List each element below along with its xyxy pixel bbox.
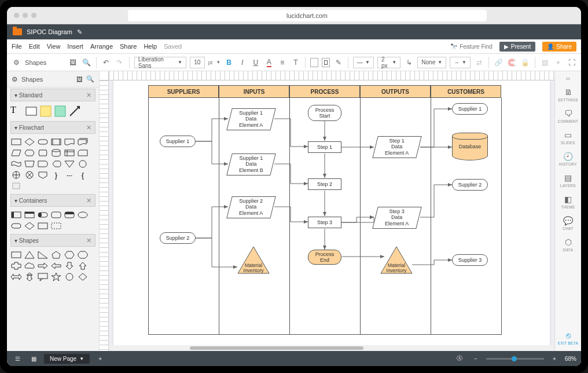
search-icon[interactable]: 🔍 [82, 57, 91, 68]
input-2[interactable]: Supplier 1DataElement B [226, 153, 275, 175]
canvas[interactable]: SUPPLIERS INPUTS PROCESS OUTPUTS CUSTOME… [113, 81, 550, 345]
output-triangle[interactable]: MaterialInventory [380, 246, 413, 277]
section-shapes[interactable]: ▾ Shapes✕ [10, 234, 95, 247]
cloud-shape[interactable] [24, 261, 35, 270]
close-icon[interactable]: ✕ [86, 92, 91, 99]
traffic-light-zoom[interactable] [31, 13, 36, 18]
size-dropdown-icon[interactable]: ▼ [216, 60, 220, 65]
document-shape[interactable] [64, 137, 75, 147]
line-routing-icon[interactable]: ↳ [404, 57, 414, 68]
image-icon[interactable]: 🖼 [68, 57, 78, 68]
zoom-in-icon[interactable]: + [549, 353, 560, 364]
section-flowchart[interactable]: ▾ Flowchart✕ [10, 121, 95, 134]
brace2-shape[interactable]: { [77, 170, 89, 180]
comment-shape[interactable]: --- [64, 170, 75, 180]
card-shape[interactable] [77, 148, 89, 158]
bold-button[interactable]: B [224, 57, 234, 68]
close-icon[interactable]: ✕ [86, 237, 91, 244]
text-color-button[interactable]: A [264, 57, 274, 68]
slides-tab[interactable]: ▭SLIDES [555, 128, 581, 147]
text-shape[interactable]: T [10, 105, 23, 118]
scrollbar-horizontal[interactable] [109, 345, 554, 351]
canvas-area[interactable]: SUPPLIERS INPUTS PROCESS OUTPUTS CUSTOME… [100, 71, 554, 351]
add-page-icon[interactable]: + [94, 353, 106, 364]
border-swatch[interactable] [322, 58, 330, 67]
history-tab[interactable]: 🕘HISTORY [555, 149, 581, 169]
container-shape[interactable] [24, 221, 35, 231]
output-1[interactable]: Step 1DataElement A [372, 136, 421, 158]
rtriangle-shape[interactable] [37, 250, 49, 259]
fullscreen-icon[interactable]: ⛶ [567, 57, 576, 68]
database-shape[interactable] [50, 148, 62, 158]
manual-shape[interactable] [24, 159, 35, 169]
arrow-left-shape[interactable] [50, 261, 62, 270]
gear-icon[interactable]: ⚙ [12, 75, 18, 83]
display-shape[interactable] [50, 159, 62, 169]
doc-title[interactable]: SIPOC Diagram [27, 28, 72, 35]
sum-shape[interactable] [24, 170, 35, 180]
chat-tab[interactable]: 💬CHAT [555, 214, 581, 233]
close-icon[interactable]: ✕ [86, 197, 91, 204]
io-shape[interactable] [10, 148, 22, 158]
navigate-icon[interactable]: ⌖ [553, 57, 563, 68]
input-triangle[interactable]: MaterialInventory [237, 246, 270, 277]
arrow-ud-shape[interactable] [24, 272, 35, 281]
comment-tab[interactable]: 🗨COMMENT [555, 107, 581, 126]
menu-insert[interactable]: Insert [67, 43, 83, 50]
supplier-2[interactable]: Supplier 2 [160, 232, 196, 244]
arrow-down-shape[interactable] [64, 261, 75, 270]
undo-icon[interactable]: ↶ [101, 57, 111, 68]
zoom-out-icon[interactable]: − [470, 353, 482, 364]
hexagon-shape[interactable] [64, 250, 75, 259]
container-shape[interactable] [37, 210, 49, 220]
line-shape[interactable] [68, 105, 81, 118]
menu-view[interactable]: View [47, 43, 61, 50]
section-standard[interactable]: ▾ Standard✕ [10, 89, 95, 101]
exit-beta[interactable]: ⎋EXIT BETA [555, 328, 581, 348]
share-button[interactable]: 👤Share [542, 42, 576, 52]
menu-help[interactable]: Help [144, 43, 157, 50]
arrow-right-shape[interactable] [37, 261, 49, 270]
layer-icon[interactable]: ▤ [540, 57, 550, 68]
callout-shape[interactable] [37, 272, 49, 281]
align-button[interactable]: ≡ [277, 57, 287, 68]
arrow-lr-shape[interactable] [10, 272, 22, 281]
feature-find[interactable]: 🔭Feature Find [450, 43, 493, 50]
col-outputs[interactable]: OUTPUTS [360, 85, 431, 98]
close-icon[interactable]: ✕ [86, 124, 91, 131]
search-icon[interactable]: 🔍 [86, 75, 94, 83]
container-shape[interactable] [77, 210, 89, 220]
customer-1[interactable]: Supplier 1 [452, 103, 488, 115]
line-start-select[interactable]: None▼ [417, 57, 446, 68]
container-shape[interactable] [50, 221, 62, 231]
col-inputs[interactable]: INPUTS [219, 85, 289, 98]
merge-shape[interactable] [64, 159, 75, 169]
rename-icon[interactable]: ✎ [77, 28, 82, 36]
output-2[interactable]: Step 3DataElement A [372, 207, 421, 229]
tape-shape[interactable] [10, 159, 22, 169]
diamond-shape[interactable] [24, 137, 35, 147]
container-shape[interactable] [10, 221, 22, 231]
col-suppliers[interactable]: SUPPLIERS [148, 85, 219, 98]
step-1[interactable]: Step 1 [308, 141, 341, 153]
menu-arrange[interactable]: Arrange [90, 43, 113, 50]
note-shape[interactable] [10, 181, 22, 191]
url-bar[interactable]: lucidchart.com [128, 10, 487, 21]
line-width-select[interactable]: 2 px▼ [377, 57, 400, 68]
input-1[interactable]: Supplier 1DataElement A [226, 108, 275, 130]
menu-share[interactable]: Share [120, 43, 137, 50]
note-shape[interactable] [39, 105, 52, 118]
italic-button[interactable]: I [237, 57, 247, 68]
settings-tab[interactable]: 🗎SETTINGS [555, 85, 581, 104]
theme-tab[interactable]: ◧THEME [555, 192, 581, 211]
predef-shape[interactable] [50, 137, 62, 147]
container-shape[interactable] [37, 221, 49, 231]
rect-shape[interactable] [10, 250, 22, 259]
multidoc-shape[interactable] [77, 137, 89, 147]
arrow-up-shape[interactable] [77, 261, 89, 270]
data-shape[interactable] [37, 148, 49, 158]
zoom-value[interactable]: 68% [565, 356, 576, 362]
traffic-light-close[interactable] [14, 13, 19, 18]
magnet-icon[interactable]: 🧲 [507, 57, 517, 68]
link-icon[interactable]: 🔗 [494, 57, 504, 68]
